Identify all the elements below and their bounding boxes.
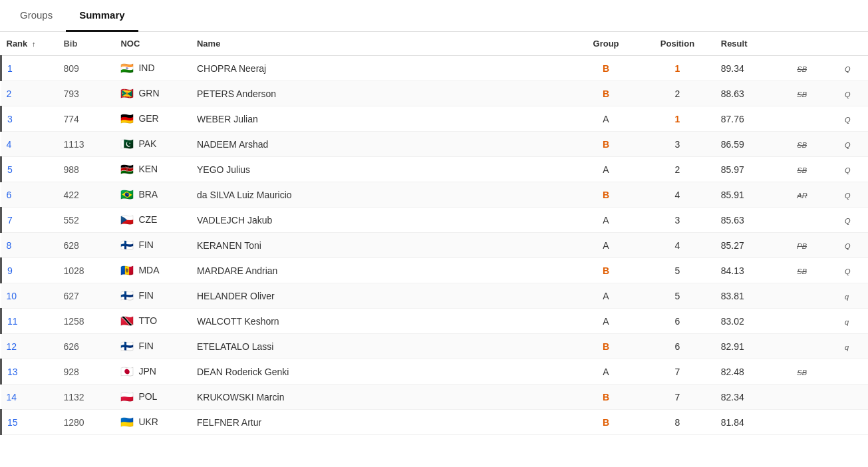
- cell-noc: 🇬🇩GRN: [115, 81, 192, 106]
- cell-group: B: [573, 132, 639, 157]
- country-flag-icon: 🇵🇱: [120, 392, 135, 401]
- cell-bib: 626: [58, 334, 115, 359]
- cell-rank: 4: [1, 132, 59, 157]
- cell-noc: 🇲🇩MDA: [115, 258, 192, 283]
- tab-groups[interactable]: Groups: [7, 0, 66, 32]
- cell-name: PETERS Anderson: [192, 81, 573, 106]
- cell-rank: 8: [1, 233, 59, 258]
- cell-note: SB: [792, 81, 839, 106]
- rank-value: 4: [7, 139, 12, 150]
- cell-note: [792, 208, 839, 233]
- cell-position: 5: [639, 283, 716, 309]
- cell-result: 86.59: [716, 132, 792, 157]
- table-row: 3774🇩🇪GERWEBER JulianA187.76Q: [1, 106, 869, 132]
- cell-bib: 627: [58, 283, 115, 309]
- cell-note: [792, 283, 839, 309]
- cell-qualification: q: [839, 283, 868, 309]
- cell-name: CHOPRA Neeraj: [192, 56, 573, 81]
- cell-position: 1: [639, 56, 716, 81]
- cell-rank: 3: [1, 106, 59, 132]
- noc-code: GRN: [138, 88, 159, 98]
- note-badge: SB: [797, 369, 807, 377]
- cell-position: 4: [639, 182, 716, 208]
- noc-flag-container: 🇫🇮FIN: [120, 341, 154, 351]
- note-badge: AR: [797, 192, 807, 200]
- cell-noc: 🇫🇮FIN: [115, 233, 192, 258]
- cell-result: 85.63: [716, 208, 792, 233]
- cell-position: 2: [639, 81, 716, 106]
- cell-note: [792, 385, 839, 410]
- cell-rank: 9: [1, 258, 59, 283]
- cell-name: DEAN Roderick Genki: [192, 359, 573, 385]
- cell-noc: 🇮🇳IND: [115, 56, 192, 81]
- table-header-row: Rank ↑ Bib NOC Name Group Position Resul…: [1, 32, 869, 56]
- results-table: Rank ↑ Bib NOC Name Group Position Resul…: [0, 32, 868, 435]
- cell-position: 3: [639, 208, 716, 233]
- cell-qualification: Q: [839, 106, 868, 132]
- col-rank[interactable]: Rank ↑: [1, 32, 59, 56]
- cell-position: 7: [639, 359, 716, 385]
- qualification-badge: Q: [845, 242, 851, 250]
- cell-name: KERANEN Toni: [192, 233, 573, 258]
- cell-group: B: [573, 385, 639, 410]
- cell-note: SB: [792, 132, 839, 157]
- cell-group: A: [573, 283, 639, 309]
- cell-group: B: [573, 56, 639, 81]
- rank-value: 13: [7, 367, 18, 377]
- cell-bib: 1280: [58, 410, 115, 435]
- cell-rank: 12: [1, 334, 59, 359]
- cell-bib: 552: [58, 208, 115, 233]
- noc-flag-container: 🇺🇦UKR: [120, 416, 158, 427]
- country-flag-icon: 🇮🇳: [120, 63, 135, 73]
- note-badge: SB: [797, 166, 807, 174]
- cell-group: A: [573, 106, 639, 132]
- cell-group: B: [573, 258, 639, 283]
- qualification-badge: Q: [845, 141, 851, 149]
- cell-qualification: q: [839, 334, 868, 359]
- cell-rank: 13: [1, 359, 59, 385]
- col-q: [839, 32, 868, 56]
- cell-rank: 2: [1, 81, 59, 106]
- cell-bib: 809: [58, 56, 115, 81]
- tab-bar: GroupsSummary: [0, 0, 868, 32]
- cell-noc: 🇺🇦UKR: [115, 410, 192, 435]
- cell-result: 87.76: [716, 106, 792, 132]
- cell-note: AR: [792, 182, 839, 208]
- noc-flag-container: 🇬🇩GRN: [120, 88, 159, 98]
- tabs-container: GroupsSummary: [0, 0, 868, 32]
- table-row: 7552🇨🇿CZEVADLEJCH JakubA385.63Q: [1, 208, 869, 233]
- rank-value: 9: [7, 265, 13, 276]
- table-row: 12626🇫🇮FINETELATALO LassiB682.91q: [1, 334, 869, 359]
- cell-qualification: [839, 410, 868, 435]
- country-flag-icon: 🇧🇷: [120, 190, 135, 199]
- table-row: 13928🇯🇵JPNDEAN Roderick GenkiA782.48SB: [1, 359, 869, 385]
- cell-qualification: Q: [839, 208, 868, 233]
- col-group: Group: [573, 32, 639, 56]
- cell-rank: 5: [1, 157, 59, 182]
- country-flag-icon: 🇫🇮: [120, 240, 135, 249]
- cell-position: 2: [639, 157, 716, 182]
- qualification-badge: q: [845, 318, 849, 326]
- rank-value: 6: [7, 190, 12, 200]
- noc-flag-container: 🇵🇰PAK: [120, 138, 156, 149]
- table-row: 10627🇫🇮FINHELANDER OliverA583.81q: [1, 283, 869, 309]
- rank-value: 11: [7, 316, 18, 327]
- tab-summary[interactable]: Summary: [66, 0, 138, 32]
- country-flag-icon: 🇹🇹: [120, 316, 135, 325]
- cell-group: A: [573, 359, 639, 385]
- rank-value: 10: [7, 291, 17, 301]
- cell-noc: 🇰🇪KEN: [115, 157, 192, 182]
- country-flag-icon: 🇵🇰: [120, 139, 135, 148]
- qualification-badge: q: [845, 293, 849, 301]
- cell-name: da SILVA Luiz Mauricio: [192, 182, 573, 208]
- noc-code: FIN: [138, 290, 154, 301]
- cell-group: A: [573, 157, 639, 182]
- rank-value: 3: [7, 114, 13, 124]
- cell-result: 83.81: [716, 283, 792, 309]
- noc-code: BRA: [138, 189, 158, 200]
- cell-qualification: Q: [839, 258, 868, 283]
- cell-noc: 🇯🇵JPN: [115, 359, 192, 385]
- noc-flag-container: 🇫🇮FIN: [120, 239, 154, 250]
- table-row: 8628🇫🇮FINKERANEN ToniA485.27PBQ: [1, 233, 869, 258]
- noc-code: PAK: [138, 138, 156, 149]
